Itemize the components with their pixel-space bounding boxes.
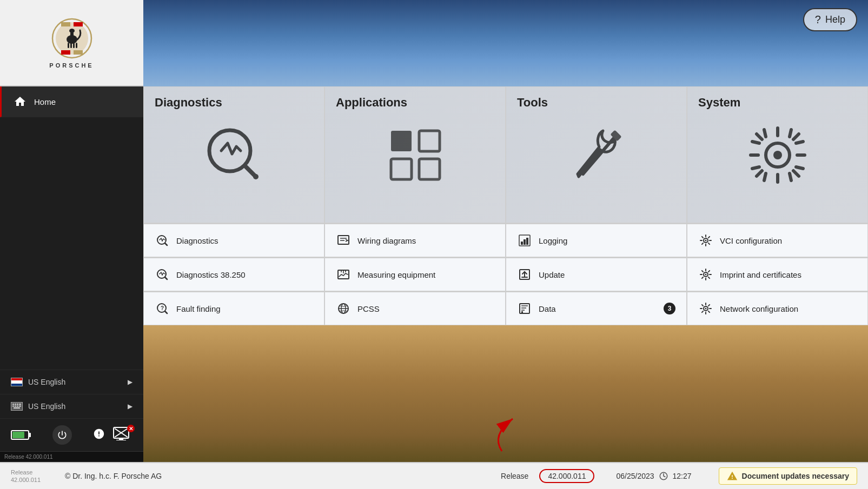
status-bar: Release42.000.011 © Dr. Ing. h.c. F. Por… (0, 462, 868, 489)
logo-text: PORSCHE (49, 62, 94, 69)
list-item-vci-config[interactable]: VCI configuration (687, 224, 868, 257)
svg-rect-14 (12, 404, 14, 405)
diagnostics-38250-label: Diagnostics 38.250 (176, 270, 246, 279)
applications-title: Applications (336, 96, 407, 110)
help-button[interactable]: ? Help (803, 8, 857, 31)
flag-icon-1 (11, 378, 23, 386)
list-row-1: Diagnostics Wiring diagrams (143, 223, 868, 257)
svg-rect-24 (29, 433, 31, 437)
diag2-icon (155, 267, 170, 282)
measuring-icon (336, 267, 351, 282)
main-grid: Diagnostics Applications (143, 86, 868, 223)
svg-line-93 (708, 277, 710, 278)
warning-triangle-icon (727, 471, 738, 481)
sidebar-logo: PORSCHE (0, 0, 143, 86)
svg-rect-7 (73, 43, 75, 48)
version-label-small: Release42.000.011 (11, 468, 54, 484)
data-label: Data (539, 304, 556, 313)
power-button[interactable] (52, 425, 72, 445)
list-item-network[interactable]: Network configuration (687, 292, 868, 325)
release-info-small: Release 42.000.011 (0, 451, 143, 462)
sidebar-item-language2[interactable]: US English ▶ (0, 394, 143, 418)
pcss-label: PCSS (357, 304, 380, 313)
wiring-icon (336, 233, 351, 248)
device-icon: ✕ (113, 427, 132, 443)
svg-line-114 (708, 311, 710, 312)
svg-rect-16 (17, 404, 18, 405)
svg-rect-9 (61, 22, 70, 26)
svg-line-76 (702, 243, 703, 244)
svg-point-108 (705, 308, 707, 310)
keyboard-icon (11, 402, 23, 411)
warning-icon (93, 428, 105, 442)
sidebar-item-home[interactable]: Home (0, 86, 143, 117)
header-area: ? Help (143, 0, 868, 86)
measuring-label: Measuring equipment (357, 270, 435, 279)
svg-line-78 (165, 277, 167, 279)
grid-cell-diagnostics[interactable]: Diagnostics (143, 86, 324, 223)
doc-update-area: Document updates necessary (719, 467, 857, 485)
list-item-imprint[interactable]: Imprint and certificates (687, 258, 868, 291)
nav-spacer (0, 117, 143, 370)
list-item-diagnostics-38250[interactable]: Diagnostics 38.250 (143, 258, 324, 291)
svg-line-75 (708, 237, 710, 238)
battery-icon (11, 429, 31, 441)
release-label: Release (501, 472, 528, 480)
home-label: Home (34, 97, 56, 106)
list-item-fault[interactable]: ? Fault finding (143, 292, 324, 325)
svg-rect-3 (70, 32, 74, 39)
grid-cell-applications[interactable]: Applications (324, 86, 506, 223)
lang1-arrow-icon: ▶ (128, 378, 132, 386)
logging-icon (517, 233, 532, 248)
svg-rect-12 (74, 50, 83, 55)
list-item-logging[interactable]: Logging (506, 224, 687, 257)
list-item-measuring[interactable]: Measuring equipment (324, 258, 506, 291)
copyright-label: © Dr. Ing. h.c. F. Porsche AG (65, 472, 490, 480)
svg-rect-25 (12, 432, 24, 438)
grid-cell-tools[interactable]: Tools (506, 86, 687, 223)
svg-rect-18 (12, 406, 14, 407)
list-item-wiring[interactable]: Wiring diagrams (324, 224, 506, 257)
svg-point-4 (69, 29, 75, 33)
fault-label: Fault finding (176, 304, 221, 313)
svg-rect-10 (74, 22, 83, 26)
help-label: Help (825, 14, 845, 25)
date-label: 06/25/2023 (616, 472, 654, 480)
nav-bottom-icons: ✕ (0, 418, 143, 451)
sidebar-nav: Home US English ▶ (0, 86, 143, 462)
imprint-icon (698, 267, 713, 282)
svg-rect-21 (19, 406, 21, 407)
logging-list-label: Logging (539, 236, 567, 245)
list-item-pcss[interactable]: PCSS (324, 292, 506, 325)
vci-config-icon (698, 233, 713, 248)
svg-line-74 (708, 243, 710, 244)
update-icon (517, 267, 532, 282)
time-label: 12:27 (673, 472, 692, 480)
svg-line-73 (702, 237, 703, 238)
svg-line-113 (702, 305, 703, 306)
list-item-update[interactable]: Update (506, 258, 687, 291)
red-arrow-annotation (448, 413, 556, 457)
svg-rect-22 (14, 407, 20, 408)
porsche-crest-icon (50, 17, 94, 60)
svg-line-98 (165, 311, 167, 313)
background-road (143, 325, 868, 462)
grid-cell-system[interactable]: System (687, 86, 868, 223)
svg-rect-20 (17, 406, 18, 407)
list-item-diagnostics[interactable]: Diagnostics (143, 224, 324, 257)
list-row-2: Diagnostics 38.250 (143, 257, 868, 291)
network-config-label: Network configuration (720, 304, 798, 313)
lang2-arrow-icon: ▶ (128, 403, 132, 410)
sidebar-item-language1[interactable]: US English ▶ (0, 370, 143, 394)
svg-line-59 (165, 243, 167, 245)
release-version: 42.000.011 (539, 469, 594, 483)
app-container: PORSCHE ? Help Home (0, 0, 868, 489)
svg-line-94 (708, 271, 710, 272)
list-item-data[interactable]: Data 3 (506, 292, 687, 325)
svg-rect-19 (15, 406, 16, 407)
svg-rect-28 (116, 440, 126, 440)
top-bar: PORSCHE ? Help (0, 0, 868, 86)
diagnostics-title: Diagnostics (155, 96, 222, 110)
home-icon (12, 94, 28, 109)
svg-rect-103 (521, 311, 523, 313)
